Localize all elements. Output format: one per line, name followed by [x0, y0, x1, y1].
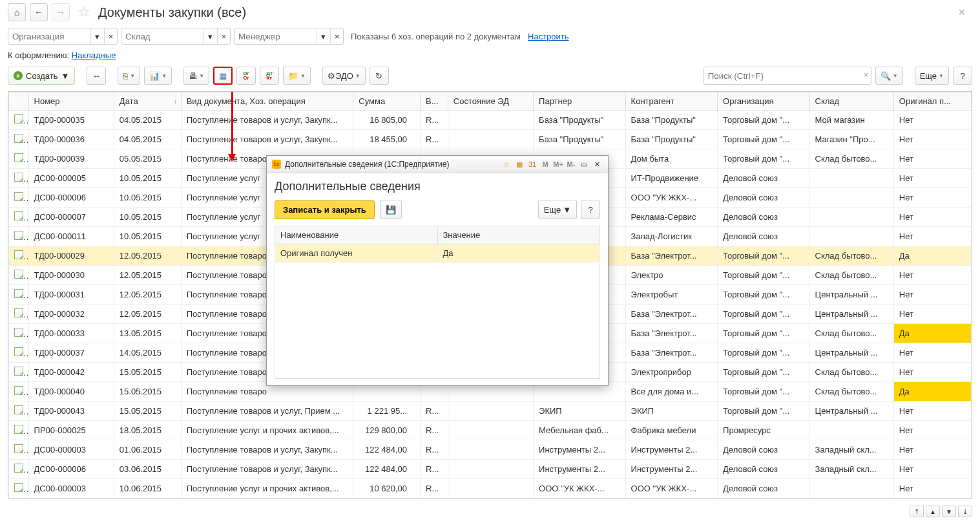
- table-row[interactable]: ДС00-000003 10.06.2015 Поступление услуг…: [9, 479, 972, 498]
- col-4[interactable]: В...: [421, 92, 448, 111]
- cell-ctr: ИТ-Продвижение: [625, 169, 717, 188]
- cell-orig: Нет: [893, 343, 971, 363]
- cell-ctr: Инструменты 2...: [625, 460, 717, 479]
- cell-ed: [448, 479, 533, 498]
- col-7[interactable]: Контрагент: [625, 92, 717, 111]
- nav-up[interactable]: ▲: [926, 506, 940, 517]
- help-button[interactable]: ?: [953, 67, 972, 85]
- col-2[interactable]: Вид документа, Хоз. операция: [181, 92, 353, 111]
- modal-col-value[interactable]: Значение: [437, 226, 600, 244]
- configure-link[interactable]: Настроить: [528, 32, 569, 41]
- filter-store-dropdown[interactable]: ▾: [203, 28, 216, 44]
- filter-org-clear[interactable]: ×: [104, 28, 117, 44]
- col-icon[interactable]: [9, 92, 29, 111]
- cell-org: Деловой союз: [718, 440, 809, 460]
- width-button[interactable]: ↔: [87, 67, 106, 85]
- cell-org: Торговый дом "...: [718, 324, 809, 343]
- modal-mplus-btn[interactable]: M+: [552, 159, 564, 169]
- chart-button[interactable]: 📊▼: [144, 67, 172, 85]
- cell-num: ТД00-000033: [28, 324, 114, 343]
- create-button[interactable]: + Создать ▼: [8, 67, 75, 85]
- properties-table[interactable]: Наименование Значение Оригинал получен Д…: [275, 226, 600, 262]
- cell-org: Промресурс: [718, 421, 809, 440]
- filter-store-clear[interactable]: ×: [217, 28, 230, 44]
- col-0[interactable]: Номер: [28, 92, 114, 111]
- cell-ctr: База "Продукты": [625, 111, 717, 130]
- dtkt-button[interactable]: ДтКт: [260, 67, 279, 85]
- document-icon: [14, 367, 23, 376]
- search-input[interactable]: [704, 67, 871, 85]
- edo-button[interactable]: ⚙ ЭДО▼: [322, 67, 366, 85]
- cell-orig: Нет: [893, 402, 971, 421]
- table-row[interactable]: ДС00-000006 03.06.2015 Поступление товар…: [9, 460, 972, 479]
- table-row[interactable]: ТД00-000043 15.05.2015 Поступление товар…: [9, 402, 972, 421]
- nav-down[interactable]: ▼: [942, 506, 956, 517]
- modal-calendar-icon[interactable]: 31: [526, 159, 538, 169]
- row-icon-cell: [9, 208, 29, 227]
- cell-partner: База "Продукты": [534, 111, 625, 130]
- document-icon: [14, 114, 23, 123]
- document-icon: [14, 444, 23, 453]
- filter-manager-dropdown[interactable]: ▾: [317, 28, 329, 44]
- filter-org-dropdown[interactable]: ▾: [90, 28, 103, 44]
- folder-button[interactable]: 📁▼: [283, 67, 311, 85]
- table-row[interactable]: ПР00-000025 18.05.2015 Поступление услуг…: [9, 421, 972, 440]
- modal-more-button[interactable]: Еще▼: [538, 200, 577, 219]
- search-button[interactable]: 🔍▼: [875, 67, 903, 85]
- to-process-link[interactable]: Накладные: [72, 50, 116, 60]
- col-5[interactable]: Состояние ЭД: [448, 92, 533, 111]
- col-8[interactable]: Организация: [718, 92, 809, 111]
- cell-orig: Нет: [893, 188, 971, 208]
- additional-info-button[interactable]: ▦: [213, 67, 233, 85]
- modal-col-name[interactable]: Наименование: [275, 226, 438, 244]
- cell-store: Центральный ...: [809, 402, 893, 421]
- close-button[interactable]: ✕: [952, 5, 972, 20]
- search-clear[interactable]: ×: [864, 70, 869, 80]
- nav-first[interactable]: ⤒: [910, 506, 924, 517]
- modal-mminus-btn[interactable]: M-: [565, 159, 577, 169]
- cell-ctr: Все для дома и...: [625, 382, 717, 402]
- table-row[interactable]: ТД00-000036 04.05.2015 Поступление товар…: [9, 130, 972, 149]
- table-row[interactable]: ДС00-000003 01.06.2015 Поступление товар…: [9, 440, 972, 460]
- home-button[interactable]: ⌂: [8, 3, 26, 21]
- favorite-star-icon[interactable]: ☆: [74, 4, 94, 21]
- create-label: Создать: [26, 71, 57, 81]
- print-button[interactable]: 🖶▼: [183, 67, 209, 85]
- modal-minimize-btn[interactable]: ▭: [578, 159, 590, 169]
- col-9[interactable]: Склад: [809, 92, 893, 111]
- nav-last[interactable]: ⤓: [958, 506, 972, 517]
- cell-num: ТД00-000029: [28, 246, 114, 266]
- forward-button[interactable]: →: [52, 3, 70, 21]
- filter-manager-clear[interactable]: ×: [330, 28, 343, 44]
- refresh-button[interactable]: ↻: [370, 67, 389, 85]
- cell-type: Поступление товаров и услуг, Закупк...: [181, 130, 353, 149]
- modal-calc-icon[interactable]: ▦: [514, 159, 525, 169]
- table-row[interactable]: ТД00-000035 04.05.2015 Поступление товар…: [9, 111, 972, 130]
- modal-help-button[interactable]: ?: [581, 200, 600, 219]
- modal-m-btn[interactable]: M: [539, 159, 551, 169]
- modal-fav-icon[interactable]: ☆: [501, 159, 512, 169]
- property-row[interactable]: Оригинал получен Да: [275, 244, 600, 262]
- back-button[interactable]: ←: [30, 3, 48, 21]
- modal-close-btn[interactable]: ✕: [591, 159, 603, 169]
- cell-partner: ЭКИП: [534, 402, 625, 421]
- cell-orig: Нет: [893, 227, 971, 246]
- cell-ed: [448, 130, 533, 149]
- col-6[interactable]: Партнер: [534, 92, 625, 111]
- col-3[interactable]: Сумма: [353, 92, 421, 111]
- save-button[interactable]: 💾: [380, 200, 402, 219]
- save-close-button[interactable]: Записать и закрыть: [275, 200, 375, 219]
- plus-icon: +: [14, 71, 23, 80]
- cell-org: Торговый дом "...: [718, 149, 809, 169]
- more-button[interactable]: Еще▼: [915, 67, 949, 85]
- copy-button[interactable]: ⎘▼: [118, 67, 140, 85]
- drcr-button[interactable]: DrCr: [236, 67, 256, 85]
- document-icon: [14, 211, 23, 220]
- cell-num: ДС00-000011: [28, 227, 114, 246]
- cell-org: Деловой союз: [718, 460, 809, 479]
- col-10[interactable]: Оригинал п...: [893, 92, 971, 111]
- col-1[interactable]: Дата↓: [114, 92, 181, 111]
- cell-store: Склад бытово...: [809, 324, 893, 343]
- cell-ctr: Реклама-Сервис: [625, 208, 717, 227]
- cell-orig: Нет: [893, 149, 971, 169]
